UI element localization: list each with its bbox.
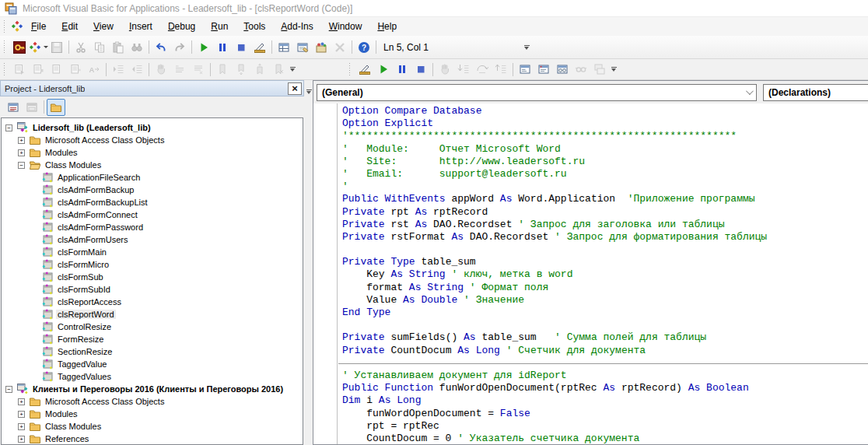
tree-item-клиенты[interactable]: −Клиенты и Переговоры 2016 (Клиенты и Пе…	[2, 383, 303, 395]
code-line[interactable]: '	[338, 180, 868, 193]
toggle-breakpoint-button[interactable]	[436, 61, 454, 78]
expand-icon[interactable]: +	[18, 423, 25, 430]
code-line[interactable]: Public WithEvents appWord As Word.Applic…	[338, 193, 868, 205]
tree-item-applicationfilesearch[interactable]: ApplicationFileSearch	[2, 171, 303, 184]
toolbar-overflow-icon[interactable]	[522, 40, 531, 55]
collapse-icon[interactable]: −	[18, 162, 25, 169]
tree-item-formresize[interactable]: FormResize	[2, 333, 303, 345]
toolbar-overflow-icon[interactable]	[609, 61, 618, 77]
tree-item-label[interactable]: clsAdmFormUsers	[56, 235, 129, 244]
toolbar-overflow-icon[interactable]	[288, 61, 297, 77]
tree-item-clsformsub[interactable]: clsFormSub	[2, 271, 303, 283]
tree-item-label[interactable]: clsReportAccess	[56, 297, 123, 307]
code-line[interactable]: Private Type table_sum	[338, 256, 868, 268]
quick-info-button[interactable]	[47, 61, 66, 78]
insert-object-button[interactable]	[29, 39, 47, 56]
code-line[interactable]: funWordOpenDocument = False	[338, 408, 868, 420]
toolbar-grip[interactable]	[3, 20, 7, 33]
code-line[interactable]: Key As String ' ключ, метка в word	[338, 268, 868, 281]
quick-watch-button[interactable]	[572, 61, 590, 78]
locals-window-button[interactable]	[516, 61, 534, 78]
code-line[interactable]: ' Module: Отчет Microsoft Word	[338, 143, 868, 156]
tree-item-clsadmformbackuplist[interactable]: clsAdmFormBackupList	[2, 196, 303, 208]
tree-item-label[interactable]: ApplicationFileSearch	[56, 173, 142, 182]
tree-item-modules[interactable]: +Modules	[2, 408, 303, 420]
expand-icon[interactable]: +	[18, 436, 25, 443]
menu-debug[interactable]: Debug	[160, 18, 203, 35]
comment-block-button[interactable]	[170, 61, 189, 78]
tree-item-clsformmicro[interactable]: clsFormMicro	[2, 258, 303, 271]
uncomment-block-button[interactable]	[189, 61, 208, 78]
run-button[interactable]	[374, 61, 393, 78]
tree-item-clsreportword[interactable]: clsReportWord	[2, 308, 303, 321]
tree-item-clsreportaccess[interactable]: clsReportAccess	[2, 296, 303, 308]
run-button[interactable]	[194, 39, 213, 56]
break-button[interactable]	[213, 39, 232, 56]
code-line[interactable]: End Type	[338, 307, 868, 319]
call-stack-button[interactable]	[590, 61, 609, 78]
tree-item-sectionresize[interactable]: SectionResize	[2, 345, 303, 358]
tree-item-controlresize[interactable]: ControlResize	[2, 321, 303, 333]
tree-item-microsoft[interactable]: +Microsoft Access Class Objects	[2, 134, 303, 146]
menu-view[interactable]: View	[86, 18, 121, 35]
tree-item-clsformsubid[interactable]: clsFormSubId	[2, 283, 303, 296]
tree-item-label[interactable]: clsAdmFormPassword	[56, 223, 145, 232]
code-line[interactable]: Option Compare Database	[338, 105, 868, 117]
view-microsoft-access-button[interactable]	[10, 39, 29, 56]
tree-item-references[interactable]: +References	[2, 433, 303, 445]
margin-indicator-bar[interactable]	[313, 103, 338, 444]
menu-tools[interactable]: Tools	[236, 18, 273, 35]
tree-item-label[interactable]: Клиенты и Переговоры 2016 (Клиенты и Пер…	[31, 384, 285, 394]
step-out-button[interactable]	[492, 61, 510, 78]
code-line[interactable]: rpt = rptRec	[338, 420, 868, 433]
next-bookmark-button[interactable]	[232, 61, 250, 78]
code-line[interactable]: Private rstFormat As DAO.Recordset ' Зап…	[338, 231, 868, 244]
tree-item-clsformmain[interactable]: clsFormMain	[2, 246, 303, 258]
code-line[interactable]: Private rst As DAO.Recordset ' Запрос дл…	[338, 219, 868, 231]
tree-item-label[interactable]: TaggedValue	[56, 359, 108, 369]
tree-item-label[interactable]: Class Modules	[44, 160, 103, 170]
code-editor[interactable]: Option Compare DatabaseOption Explicit'*…	[313, 103, 868, 444]
code-line[interactable]: ' Устанавливаем документ для idReport	[338, 370, 868, 382]
complete-word-button[interactable]: A	[85, 61, 103, 78]
design-mode-button[interactable]	[250, 39, 269, 56]
close-icon[interactable]: ×	[288, 82, 302, 95]
paste-button[interactable]	[109, 39, 128, 56]
view-object-button[interactable]	[23, 99, 41, 116]
tree-item-clsadmformbackup[interactable]: clsAdmFormBackup	[2, 184, 303, 196]
project-panel-header[interactable]: Project - Lidersoft_lib ×	[0, 80, 304, 96]
procedure-dropdown[interactable]: (Declarations)	[763, 84, 868, 101]
tree-item-clsadmformpassword[interactable]: clsAdmFormPassword	[2, 221, 303, 233]
menu-help[interactable]: Help	[369, 18, 404, 35]
toolbar-grip[interactable]	[3, 40, 7, 54]
expand-icon[interactable]: +	[18, 411, 25, 418]
tree-item-label[interactable]: TaggedValues	[56, 372, 113, 381]
code-line[interactable]: Dim i As Long	[338, 394, 868, 407]
toggle-folders-button[interactable]	[47, 99, 65, 116]
code-line[interactable]: Private CountDocum As Long ' Счетчик для…	[338, 345, 868, 357]
cut-button[interactable]	[72, 39, 90, 56]
tree-item-label[interactable]: Modules	[44, 409, 79, 419]
tree-item-lidersoft_lib[interactable]: −Lidersoft_lib (Leadersoft_lib)	[2, 121, 303, 134]
tree-item-clsadmformusers[interactable]: clsAdmFormUsers	[2, 233, 303, 246]
panel-toolbar-overflow-icon[interactable]	[304, 84, 313, 100]
tree-item-taggedvalue[interactable]: TaggedValue	[2, 358, 303, 370]
project-explorer-button[interactable]	[275, 39, 293, 56]
reset-button[interactable]	[411, 61, 430, 78]
tree-item-label[interactable]: clsAdmFormBackup	[56, 185, 135, 194]
tree-item-modules[interactable]: +Modules	[2, 146, 303, 159]
toolbox-button[interactable]	[331, 39, 349, 56]
tree-item-taggedvalues[interactable]: TaggedValues	[2, 370, 303, 383]
code-line[interactable]: Public Function funWordOpenDocument(rptR…	[338, 382, 868, 394]
list-properties-button[interactable]	[10, 61, 29, 78]
code-line[interactable]	[338, 319, 868, 331]
list-constants-button[interactable]	[29, 61, 47, 78]
menu-add-ins[interactable]: Add-Ins	[273, 18, 320, 35]
tree-item-label[interactable]: clsReportWord	[56, 310, 116, 319]
clear-bookmarks-button[interactable]	[269, 61, 288, 78]
collapse-icon[interactable]: −	[5, 386, 12, 393]
tree-item-clsadmformconnect[interactable]: clsAdmFormConnect	[2, 208, 303, 221]
tree-item-label[interactable]: Class Modules	[44, 422, 103, 431]
code-line[interactable]: Private sumFields() As table_sum ' Сумма…	[338, 331, 868, 344]
tree-item-label[interactable]: Microsoft Access Class Objects	[44, 135, 166, 145]
